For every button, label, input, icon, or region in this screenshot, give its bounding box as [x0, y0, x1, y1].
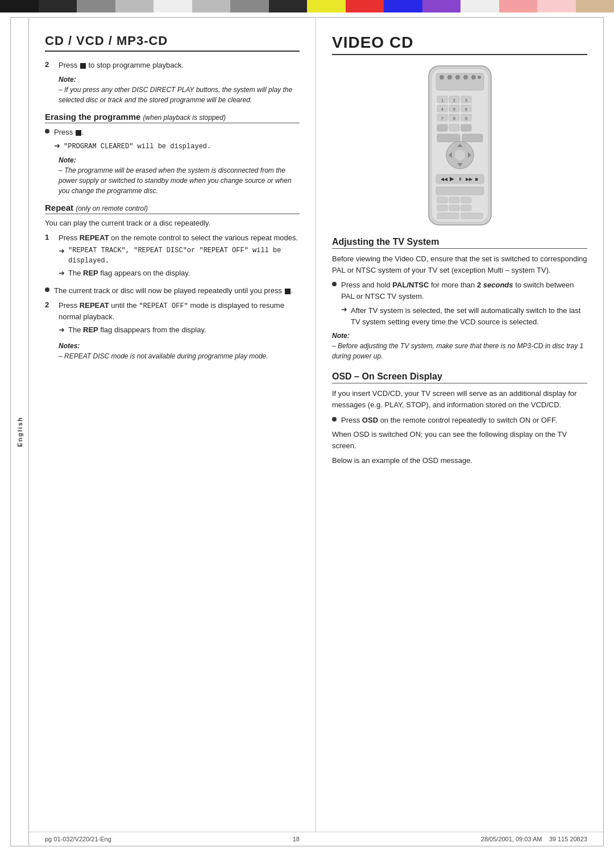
svg-rect-31: [462, 134, 483, 142]
adjusting-title: Adjusting the TV System: [332, 237, 587, 249]
erasing-arrow-1: ➜ "PROGRAM CLEARED" will be displayed.: [54, 141, 300, 152]
repeat-bullet-text-1: The current track or disc will now be pl…: [54, 285, 300, 297]
repeat-bullet-1: The current track or disc will now be pl…: [45, 285, 300, 297]
osd-keyword: OSD: [362, 416, 378, 424]
svg-rect-52: [461, 213, 483, 219]
color-block-8: [269, 0, 308, 12]
adjusting-note: Note: – Before adjusting the TV system, …: [332, 332, 587, 361]
arrow-icon-3: ➜: [59, 268, 65, 279]
color-block-11: [384, 0, 422, 12]
pal-ntsc-keyword: PAL/NTSC: [392, 281, 429, 289]
svg-text:⏸: ⏸: [458, 177, 462, 182]
color-block-14: [499, 0, 538, 12]
osd-section: OSD – On Screen Display If you insert VC…: [332, 372, 587, 466]
bullet-dot-3: [332, 282, 337, 286]
svg-point-8: [478, 76, 481, 79]
repeat-step-1-number: 1: [45, 233, 55, 241]
repeat-step-1: 1 Press REPEAT on the remote control to …: [45, 232, 300, 281]
repeat-subtitle: (only on remote control): [76, 205, 148, 212]
stop-icon-3: [285, 289, 291, 294]
arrow-icon-2: ➜: [59, 245, 65, 257]
svg-text:▶: ▶: [450, 176, 454, 182]
stop-icon: [80, 63, 86, 69]
erasing-subtitle: (when playback is stopped): [143, 114, 226, 122]
svg-text:7: 7: [441, 116, 443, 120]
seconds-keyword: 2: [477, 281, 481, 289]
repeat-arrow-text-3: The REP flag disappears from the display…: [68, 324, 206, 336]
svg-point-7: [471, 75, 476, 80]
repeat-arrow-1: ➜ "REPEAT TRACK", "REPEAT DISC"or "REPEA…: [59, 245, 300, 266]
svg-rect-45: [437, 197, 447, 203]
repeat-arrow-text-2: The REP flag appears on the display.: [68, 268, 190, 279]
repeat-step-1-content: Press REPEAT on the remote control to se…: [59, 232, 300, 281]
svg-rect-44: [436, 187, 484, 195]
left-column: CD / VCD / MP3-CD 2 Press to stop progra…: [29, 18, 316, 832]
repeat-arrow-text-1: "REPEAT TRACK", "REPEAT DISC"or "REPEAT …: [68, 245, 300, 266]
color-block-2: [39, 0, 77, 12]
svg-point-5: [455, 75, 460, 80]
color-block-10: [346, 0, 384, 12]
svg-rect-46: [449, 197, 459, 203]
color-block-5: [154, 0, 192, 12]
svg-text:◀◀: ◀◀: [441, 177, 448, 182]
erasing-press-bullet: Press .: [45, 127, 300, 138]
repeat-keyword-2: REPEAT: [80, 301, 109, 310]
osd-bullet-text-1: Press OSD on the remote control repeated…: [341, 415, 587, 426]
repeat-intro: You can play the current track or a disc…: [45, 218, 300, 229]
top-color-bar: [0, 0, 614, 12]
svg-point-33: [454, 149, 466, 161]
osd-bullet-1: Press OSD on the remote control repeated…: [332, 415, 587, 426]
svg-text:4: 4: [441, 107, 443, 111]
color-block-15: [537, 0, 576, 12]
adjusting-bullet-1: Press and hold PAL/NTSC for more than 2 …: [332, 279, 587, 302]
svg-rect-47: [461, 197, 471, 203]
erasing-note-text: – The programme will be erased when the …: [59, 165, 300, 196]
svg-rect-50: [461, 205, 471, 211]
svg-text:2: 2: [453, 98, 455, 102]
page-outer: English CD / VCD / MP3-CD 2 Press to sto…: [10, 17, 604, 846]
adjusting-bullet-text-1: Press and hold PAL/NTSC for more than 2 …: [341, 279, 587, 302]
svg-point-3: [439, 75, 444, 80]
repeat-off-mono: "REPEAT OFF": [139, 302, 188, 310]
bullet-dot-1: [45, 129, 49, 133]
repeat-step-2-number: 2: [45, 301, 55, 309]
right-column: VIDEO CD: [316, 18, 603, 832]
repeat-title: Repeat (only on remote control): [45, 203, 300, 214]
osd-title: OSD – On Screen Display: [332, 372, 587, 383]
adjusting-intro: Before viewing the Video CD, ensure that…: [332, 253, 587, 276]
erasing-press-text: Press .: [54, 127, 300, 138]
svg-rect-27: [437, 124, 447, 131]
color-block-4: [115, 0, 154, 12]
note-1-text: – If you press any other DISC DIRECT PLA…: [59, 85, 300, 105]
repeat-step-2-content: Press REPEAT until the "REPEAT OFF" mode…: [59, 300, 300, 338]
color-block-16: [576, 0, 615, 12]
footer-left: pg 01-032/V220/21-Eng: [45, 836, 111, 842]
color-block-6: [192, 0, 231, 12]
color-block-12: [422, 0, 461, 12]
erasing-note: Note: – The programme will be erased whe…: [59, 156, 300, 196]
svg-text:6: 6: [465, 107, 467, 111]
repeat-notes-title: Notes:: [59, 342, 300, 350]
svg-text:5: 5: [453, 107, 455, 111]
adjusting-section: Adjusting the TV System Before viewing t…: [332, 237, 587, 361]
svg-rect-51: [437, 213, 459, 219]
svg-rect-28: [449, 124, 459, 131]
color-block-9: [307, 0, 346, 12]
repeat-notes-text: – REPEAT DISC mode is not available duri…: [59, 351, 300, 361]
note-1: Note: – If you press any other DISC DIRE…: [59, 76, 300, 105]
color-block-7: [230, 0, 269, 12]
footer-date: 28/05/2001, 09:03 AM: [481, 836, 542, 842]
step-2-item: 2 Press to stop programme playback.: [45, 60, 300, 71]
note-1-title: Note:: [59, 76, 300, 84]
erasing-arrow-text-1: "PROGRAM CLEARED" will be displayed.: [64, 141, 211, 152]
adjusting-note-text: – Before adjusting the TV system, make s…: [332, 341, 587, 361]
repeat-step-2: 2 Press REPEAT until the "REPEAT OFF" mo…: [45, 300, 300, 338]
remote-container: 1 2 3 4 5 6 7 8 9: [332, 63, 587, 228]
main-content: CD / VCD / MP3-CD 2 Press to stop progra…: [29, 18, 603, 846]
svg-rect-30: [437, 134, 460, 142]
erasing-note-title: Note:: [59, 156, 300, 164]
bullet-dot-2: [45, 287, 49, 292]
footer-page-num: 18: [293, 836, 300, 842]
svg-text:9: 9: [465, 116, 467, 120]
footer-code: 39 115 20823: [549, 836, 587, 842]
